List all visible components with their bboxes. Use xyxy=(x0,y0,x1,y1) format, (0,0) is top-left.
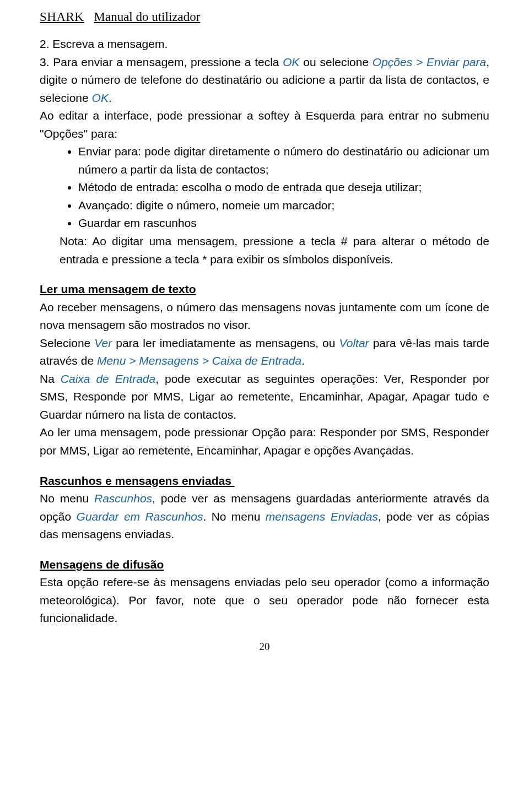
step-3: 3. Para enviar a mensagem, pressione a t… xyxy=(40,53,489,107)
step-3-text-a: 3. Para enviar a mensagem, pressione a t… xyxy=(40,56,283,68)
voltar-action: Voltar xyxy=(339,337,369,349)
page-header: SHARKManual do utilizador xyxy=(40,10,489,24)
page-number: 20 xyxy=(40,641,489,653)
section-title-drafts: Rascunhos e mensagens enviadas xyxy=(40,472,489,490)
options-intro: Ao editar a interface, pode pressionar a… xyxy=(40,107,489,143)
options-send-path: Opções > Enviar para xyxy=(373,56,486,68)
inbox-label: Caixa de Entrada xyxy=(61,372,155,385)
read-p4: Ao ler uma mensagem, pode pressionar Opç… xyxy=(40,424,489,459)
section-title-drafts-text: Rascunhos e mensagens enviadas xyxy=(40,474,231,487)
ok-key-2: OK xyxy=(92,91,109,104)
read-p3-a: Na xyxy=(40,372,61,385)
drafts-p1-c: . No menu xyxy=(203,510,266,523)
read-p2-a: Selecione xyxy=(40,337,94,349)
list-item: Guardar em rascunhos xyxy=(78,214,489,232)
ok-key-1: OK xyxy=(283,56,299,68)
options-list: Enviar para: pode digitar diretamente o … xyxy=(40,143,489,232)
read-p2: Selecione Ver para ler imediatamente as … xyxy=(40,334,489,370)
section-title-broadcast: Mensagens de difusão xyxy=(40,556,489,574)
brand-name: SHARK xyxy=(40,10,84,24)
enviadas-label: mensagens Enviadas xyxy=(266,510,378,523)
read-p1: Ao receber mensagens, o número das mensa… xyxy=(40,299,489,334)
note-text: Nota: Ao digitar uma mensagem, pressione… xyxy=(40,232,489,268)
drafts-p1-a: No menu xyxy=(40,492,94,505)
list-item: Método de entrada: escolha o modo de ent… xyxy=(78,178,489,197)
list-item: Avançado: digite o número, nomeie um mar… xyxy=(78,197,489,215)
doc-title: Manual do utilizador xyxy=(94,10,200,24)
step-3-text-d: . xyxy=(109,91,112,104)
read-p3: Na Caixa de Entrada, pode executar as se… xyxy=(40,370,489,424)
drafts-p1: No menu Rascunhos, pode ver as mensagens… xyxy=(40,490,489,544)
rascunhos-label: Rascunhos xyxy=(94,492,152,505)
step-3-text-b: ou selecione xyxy=(300,56,373,68)
broadcast-p1: Esta opção refere-se às mensagens enviad… xyxy=(40,573,489,627)
read-p2-d: . xyxy=(301,354,305,367)
document-page: SHARKManual do utilizador 2. Escreva a m… xyxy=(0,0,529,675)
step-2: 2. Escreva a mensagem. xyxy=(40,35,489,53)
ver-action: Ver xyxy=(94,337,112,349)
guardar-action: Guardar em Rascunhos xyxy=(77,510,203,523)
menu-path: Menu > Mensagens > Caixa de Entrada xyxy=(97,354,301,367)
list-item: Enviar para: pode digitar diretamente o … xyxy=(78,143,489,178)
section-title-read: Ler uma mensagem de texto xyxy=(40,280,489,299)
read-p2-b: para ler imediatamente as mensagens, ou xyxy=(112,337,339,349)
